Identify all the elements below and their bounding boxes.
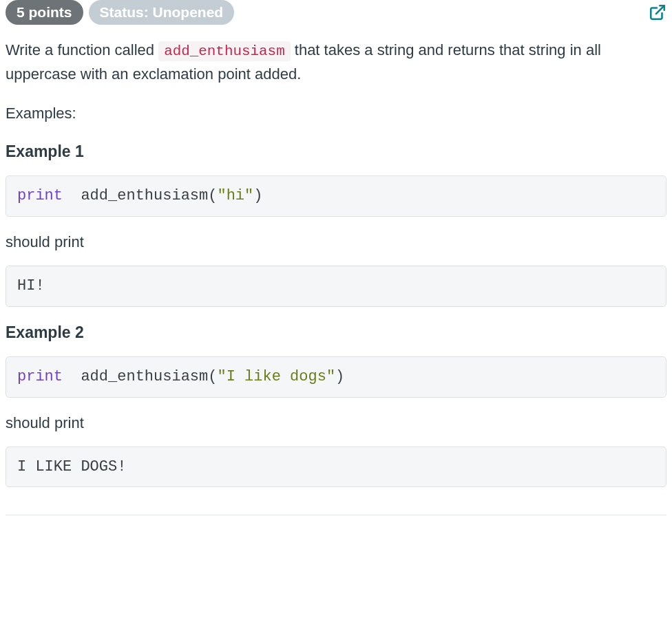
description-pre: Write a function called bbox=[6, 41, 158, 58]
header-row: 5 points Status: Unopened bbox=[6, 0, 666, 25]
example-heading: Example 1 bbox=[6, 140, 666, 164]
example-input-code: print add_enthusiasm("I like dogs") bbox=[6, 356, 666, 398]
problem-description: Write a function called add_enthusiasm t… bbox=[6, 39, 666, 85]
external-link-icon[interactable] bbox=[649, 3, 666, 21]
section-divider bbox=[6, 515, 666, 515]
code-open-paren: ( bbox=[208, 368, 217, 385]
points-badge: 5 points bbox=[6, 0, 83, 25]
example-block: Example 1 print add_enthusiasm("hi") sho… bbox=[6, 140, 666, 307]
badges-group: 5 points Status: Unopened bbox=[6, 0, 234, 25]
function-name-code: add_enthusiasm bbox=[158, 41, 291, 61]
status-badge: Status: Unopened bbox=[89, 0, 235, 25]
code-close-paren: ) bbox=[335, 368, 344, 385]
code-open-paren: ( bbox=[208, 187, 217, 204]
should-print-label: should print bbox=[6, 230, 666, 253]
code-string: "hi" bbox=[217, 187, 253, 204]
code-space bbox=[63, 368, 81, 385]
example-output-code: I LIKE DOGS! bbox=[6, 447, 666, 488]
example-heading: Example 2 bbox=[6, 321, 666, 345]
svg-line-0 bbox=[656, 6, 664, 14]
examples-label: Examples: bbox=[6, 102, 666, 125]
code-func: add_enthusiasm bbox=[81, 187, 208, 204]
code-space bbox=[63, 187, 81, 204]
code-close-paren: ) bbox=[253, 187, 262, 204]
code-string: "I like dogs" bbox=[217, 368, 335, 385]
example-block: Example 2 print add_enthusiasm("I like d… bbox=[6, 321, 666, 488]
example-output-code: HI! bbox=[6, 266, 666, 307]
code-func: add_enthusiasm bbox=[81, 368, 208, 385]
example-input-code: print add_enthusiasm("hi") bbox=[6, 175, 666, 217]
should-print-label: should print bbox=[6, 411, 666, 434]
code-keyword: print bbox=[17, 187, 63, 204]
code-keyword: print bbox=[17, 368, 63, 385]
